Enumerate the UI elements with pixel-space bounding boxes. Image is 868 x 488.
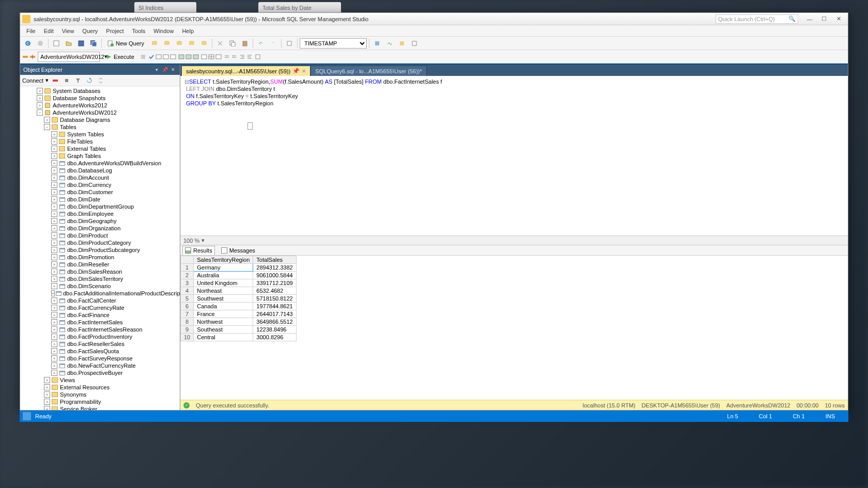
expand-toggle[interactable]: − <box>37 109 43 116</box>
redo-button[interactable] <box>268 38 279 49</box>
db-query-4-button[interactable] <box>186 38 197 49</box>
expand-toggle[interactable]: + <box>51 232 57 239</box>
tree-table-dbo-dimorganization[interactable]: +dbo.DimOrganization <box>20 225 180 232</box>
expand-toggle[interactable]: + <box>51 175 57 181</box>
results-grid-button[interactable] <box>208 54 214 60</box>
tree-table-dbo-dimemployee[interactable]: +dbo.DimEmployee <box>20 210 180 217</box>
row-number[interactable]: 10 <box>181 334 194 341</box>
save-all-button[interactable] <box>88 38 99 49</box>
expand-toggle[interactable]: + <box>51 218 57 224</box>
cell[interactable]: United Kingdom <box>194 279 253 287</box>
change-connection-button[interactable] <box>29 54 36 60</box>
tree-graph-tables[interactable]: +Graph Tables <box>20 152 180 160</box>
tree-table-dbo-dimpromotion[interactable]: +dbo.DimPromotion <box>20 254 180 261</box>
row-number[interactable]: 7 <box>181 310 194 318</box>
column-header[interactable]: SalesTerritoryRegion <box>194 256 253 264</box>
tree-table-dbo-factinternetsalesreason[interactable]: +dbo.FactInternetSalesReason <box>20 326 180 333</box>
cell[interactable]: France <box>194 310 253 318</box>
tree-table-dbo-dimproduct[interactable]: +dbo.DimProduct <box>20 232 180 239</box>
connect-label[interactable]: Connect <box>22 77 43 84</box>
expand-toggle[interactable]: + <box>51 355 57 361</box>
row-number[interactable]: 5 <box>181 295 194 303</box>
expand-toggle[interactable]: + <box>51 370 57 376</box>
connect-dropdown-icon[interactable]: ▾ <box>45 77 49 84</box>
tree-database-snapshots[interactable]: +Database Snapshots <box>20 95 180 102</box>
tree-views[interactable]: +Views <box>20 376 180 384</box>
cell[interactable]: 5718150.8122 <box>253 295 296 303</box>
undo-button[interactable] <box>255 38 267 49</box>
cell[interactable]: 9061000.5844 <box>253 272 296 279</box>
expand-toggle[interactable]: + <box>51 146 57 152</box>
oe-pin-button[interactable]: 📌 <box>161 66 168 73</box>
results-text-button[interactable] <box>201 54 207 60</box>
db-query-5-button[interactable] <box>198 38 210 49</box>
tree-table-dbo-dimproductcategory[interactable]: +dbo.DimProductCategory <box>20 239 180 246</box>
oe-sync-button[interactable] <box>96 76 105 85</box>
oe-stop-button[interactable] <box>62 76 71 85</box>
tree-system-databases[interactable]: +System Databases <box>20 87 180 95</box>
paste-button[interactable] <box>239 38 251 49</box>
expand-toggle[interactable]: + <box>51 182 57 188</box>
activity-monitor-button[interactable] <box>384 38 395 49</box>
row-header-corner[interactable] <box>181 256 194 264</box>
tree-service-broker[interactable]: +Service Broker <box>20 405 180 410</box>
cell[interactable]: 2644017.7143 <box>253 310 296 318</box>
cell[interactable]: Central <box>194 334 253 341</box>
close-button[interactable]: ✕ <box>831 14 846 24</box>
tab-pin-icon[interactable]: 📌 <box>292 68 300 74</box>
tree-table-dbo-factsalesquota[interactable]: +dbo.FactSalesQuota <box>20 348 180 355</box>
tree-table-dbo-factcurrencyrate[interactable]: +dbo.FactCurrencyRate <box>20 304 180 311</box>
estimated-plan-button[interactable] <box>156 54 162 60</box>
maximize-button[interactable]: ☐ <box>817 14 831 24</box>
object-explorer-tree[interactable]: +System Databases+Database Snapshots+Adv… <box>20 86 180 410</box>
expand-toggle[interactable]: + <box>37 88 43 94</box>
expand-toggle[interactable]: + <box>44 117 50 123</box>
row-number[interactable]: 3 <box>181 279 194 287</box>
tree-table-dbo-prospectivebuyer[interactable]: +dbo.ProspectiveBuyer <box>20 369 180 376</box>
oe-refresh-button[interactable] <box>85 76 94 85</box>
row-number[interactable]: 1 <box>181 264 194 272</box>
include-stats-button[interactable] <box>185 54 192 60</box>
tree-table-dbo-factinternetsales[interactable]: +dbo.FactInternetSales <box>20 319 180 326</box>
tree-table-dbo-newfactcurrencyrate[interactable]: +dbo.NewFactCurrencyRate <box>20 362 180 369</box>
expand-toggle[interactable]: + <box>51 225 57 231</box>
include-plan-button[interactable] <box>178 54 184 60</box>
expand-toggle[interactable]: + <box>51 334 57 340</box>
expand-toggle[interactable]: + <box>51 196 57 202</box>
tree-table-dbo-dimscenario[interactable]: +dbo.DimScenario <box>20 282 180 290</box>
expand-toggle[interactable]: − <box>44 124 50 130</box>
table-row[interactable]: 4Northeast6532.4682 <box>181 287 297 295</box>
cell[interactable]: 3391712.2109 <box>253 279 296 287</box>
type-dropdown[interactable]: TIMESTAMP <box>300 38 367 49</box>
cell[interactable]: 1977844.8621 <box>253 303 296 310</box>
tree-table-dbo-dimdepartmentgroup[interactable]: +dbo.DimDepartmentGroup <box>20 203 180 210</box>
expand-toggle[interactable]: + <box>44 377 50 383</box>
tree-table-dbo-dimreseller[interactable]: +dbo.DimReseller <box>20 261 180 268</box>
quick-launch-input[interactable]: Quick Launch (Ctrl+Q) 🔍 <box>716 14 798 24</box>
tree-table-dbo-dimgeography[interactable]: +dbo.DimGeography <box>20 217 180 225</box>
table-row[interactable]: 6Canada1977844.8621 <box>181 303 297 310</box>
tree-table-dbo-databaselog[interactable]: +dbo.DatabaseLog <box>20 167 180 174</box>
table-row[interactable]: 3United Kingdom3391712.2109 <box>181 279 297 287</box>
cell[interactable]: 3000.8296 <box>253 334 296 341</box>
row-number[interactable]: 6 <box>181 303 194 310</box>
intellisense-button[interactable] <box>170 54 176 60</box>
tree-adventureworksdw2012[interactable]: −AdventureWorksDW2012 <box>20 109 180 116</box>
zoom-value[interactable]: 100 % <box>183 238 199 244</box>
tree-table-dbo-dimcustomer[interactable]: +dbo.DimCustomer <box>20 188 180 196</box>
expand-toggle[interactable]: + <box>51 283 57 289</box>
cell[interactable]: 12238.8496 <box>253 326 296 334</box>
connect-button[interactable] <box>22 54 28 60</box>
expand-toggle[interactable]: + <box>51 348 57 354</box>
tree-table-dbo-dimsalesterritory[interactable]: +dbo.DimSalesTerritory <box>20 275 180 282</box>
uncomment-button[interactable] <box>231 54 237 60</box>
menu-help[interactable]: Help <box>178 27 198 35</box>
expand-toggle[interactable]: + <box>51 247 57 253</box>
template-button[interactable] <box>396 38 408 49</box>
cancel-query-button[interactable] <box>140 54 146 60</box>
tree-synonyms[interactable]: +Synonyms <box>20 391 180 398</box>
tree-system-tables[interactable]: +System Tables <box>20 131 180 138</box>
zoom-dropdown-icon[interactable]: ▾ <box>202 237 205 244</box>
tab-salesbycountry[interactable]: salesbycountry.sql...-A1M5655\User (59))… <box>181 66 311 76</box>
outdent-button[interactable] <box>246 54 253 60</box>
